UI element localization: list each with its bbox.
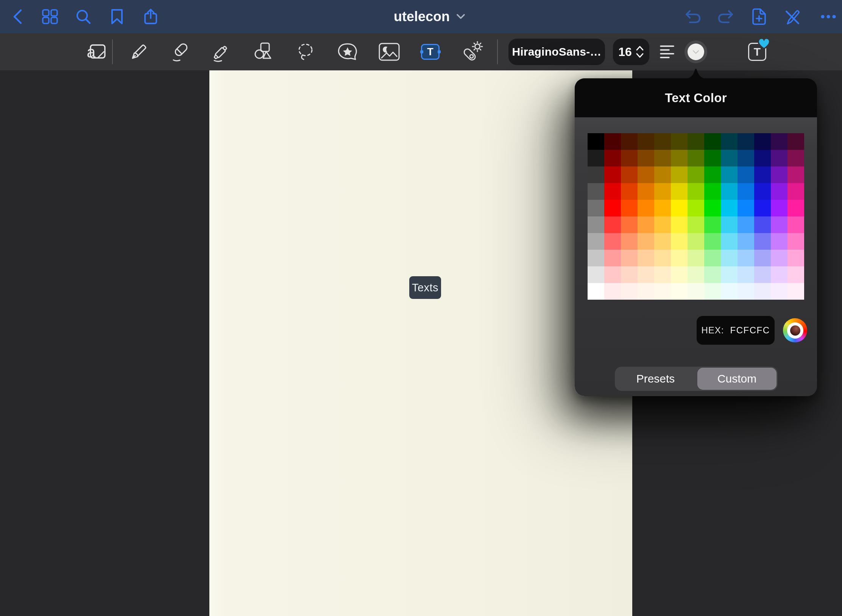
sticker-tool[interactable] xyxy=(336,33,359,70)
color-swatch[interactable] xyxy=(621,283,638,300)
color-swatch[interactable] xyxy=(771,216,787,233)
shapes-tool[interactable] xyxy=(253,33,275,70)
color-swatch[interactable] xyxy=(588,150,604,166)
color-swatch[interactable] xyxy=(654,250,671,266)
color-swatch[interactable] xyxy=(738,283,754,300)
color-swatch[interactable] xyxy=(787,183,804,200)
hex-value-field[interactable]: HEX: FCFCFC xyxy=(697,316,775,345)
color-swatch[interactable] xyxy=(588,250,604,266)
color-swatch[interactable] xyxy=(688,200,704,216)
color-swatch[interactable] xyxy=(588,183,604,200)
color-swatch[interactable] xyxy=(638,250,654,266)
color-swatch[interactable] xyxy=(688,250,704,266)
color-swatch[interactable] xyxy=(738,200,754,216)
color-swatch[interactable] xyxy=(738,183,754,200)
color-swatch[interactable] xyxy=(721,250,738,266)
color-swatch[interactable] xyxy=(787,250,804,266)
color-swatch[interactable] xyxy=(688,166,704,183)
color-swatch[interactable] xyxy=(754,283,771,300)
color-swatch[interactable] xyxy=(704,266,721,283)
color-swatch[interactable] xyxy=(771,133,787,150)
color-swatch[interactable] xyxy=(771,200,787,216)
color-swatch[interactable] xyxy=(654,183,671,200)
color-swatch[interactable] xyxy=(638,200,654,216)
color-swatch[interactable] xyxy=(654,150,671,166)
color-swatch[interactable] xyxy=(604,216,621,233)
color-swatch[interactable] xyxy=(638,183,654,200)
color-swatch[interactable] xyxy=(704,133,721,150)
color-swatch[interactable] xyxy=(754,183,771,200)
text-color-button[interactable] xyxy=(685,40,707,63)
color-swatch[interactable] xyxy=(621,150,638,166)
color-swatch[interactable] xyxy=(721,183,738,200)
font-size-stepper[interactable]: 16 xyxy=(613,39,649,65)
undo-button[interactable] xyxy=(684,0,702,33)
color-swatch[interactable] xyxy=(721,266,738,283)
color-swatch[interactable] xyxy=(771,183,787,200)
more-button[interactable] xyxy=(820,0,837,33)
color-swatch[interactable] xyxy=(671,250,688,266)
color-swatch[interactable] xyxy=(754,166,771,183)
color-swatch[interactable] xyxy=(688,216,704,233)
color-swatch[interactable] xyxy=(654,166,671,183)
color-swatch[interactable] xyxy=(671,216,688,233)
color-swatch[interactable] xyxy=(754,266,771,283)
color-swatch[interactable] xyxy=(787,166,804,183)
color-swatch[interactable] xyxy=(721,283,738,300)
color-swatch[interactable] xyxy=(604,133,621,150)
notebook-page[interactable] xyxy=(209,70,632,616)
color-swatch[interactable] xyxy=(638,133,654,150)
color-swatch[interactable] xyxy=(688,183,704,200)
color-swatch[interactable] xyxy=(771,250,787,266)
color-swatch[interactable] xyxy=(638,266,654,283)
color-swatch[interactable] xyxy=(604,183,621,200)
color-swatch[interactable] xyxy=(721,166,738,183)
color-swatch[interactable] xyxy=(588,266,604,283)
color-swatch[interactable] xyxy=(621,266,638,283)
color-swatch[interactable] xyxy=(654,266,671,283)
color-swatch[interactable] xyxy=(738,233,754,250)
color-swatch[interactable] xyxy=(654,133,671,150)
color-swatch[interactable] xyxy=(754,150,771,166)
zoom-window-button[interactable]: a xyxy=(85,33,109,70)
color-swatch[interactable] xyxy=(621,133,638,150)
color-swatch[interactable] xyxy=(771,233,787,250)
color-swatch[interactable] xyxy=(638,150,654,166)
color-swatch[interactable] xyxy=(688,133,704,150)
color-swatch[interactable] xyxy=(688,266,704,283)
color-swatch[interactable] xyxy=(638,166,654,183)
stop-pen-button[interactable] xyxy=(784,0,801,33)
color-swatch[interactable] xyxy=(721,216,738,233)
color-swatch[interactable] xyxy=(604,200,621,216)
image-tool[interactable] xyxy=(378,33,401,70)
color-swatch[interactable] xyxy=(771,266,787,283)
color-swatch[interactable] xyxy=(671,283,688,300)
color-swatch[interactable] xyxy=(787,266,804,283)
color-swatch[interactable] xyxy=(787,216,804,233)
color-swatch[interactable] xyxy=(671,166,688,183)
add-page-button[interactable] xyxy=(750,0,768,33)
color-swatch[interactable] xyxy=(787,200,804,216)
color-swatch[interactable] xyxy=(738,166,754,183)
color-swatch[interactable] xyxy=(671,233,688,250)
laser-pointer-tool[interactable] xyxy=(461,33,484,70)
color-swatch[interactable] xyxy=(621,250,638,266)
color-swatch[interactable] xyxy=(671,150,688,166)
color-wheel-button[interactable] xyxy=(783,318,807,342)
color-swatch[interactable] xyxy=(671,266,688,283)
color-swatch[interactable] xyxy=(621,166,638,183)
color-swatch[interactable] xyxy=(704,200,721,216)
document-title-button[interactable]: utelecon xyxy=(0,0,842,33)
color-swatch[interactable] xyxy=(738,216,754,233)
color-swatch[interactable] xyxy=(654,216,671,233)
color-swatch[interactable] xyxy=(721,133,738,150)
color-swatch[interactable] xyxy=(738,250,754,266)
color-swatch[interactable] xyxy=(754,216,771,233)
color-swatch[interactable] xyxy=(754,133,771,150)
color-swatch[interactable] xyxy=(704,183,721,200)
color-swatch[interactable] xyxy=(638,233,654,250)
color-swatch[interactable] xyxy=(671,200,688,216)
color-swatch[interactable] xyxy=(738,266,754,283)
color-swatch[interactable] xyxy=(688,283,704,300)
color-swatch[interactable] xyxy=(604,283,621,300)
